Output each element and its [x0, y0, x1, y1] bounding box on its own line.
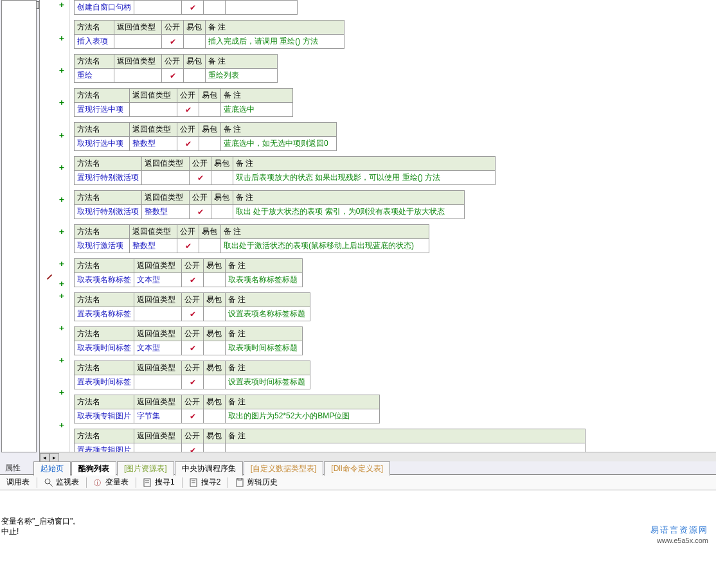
expand-plus-icon[interactable]: + — [59, 259, 64, 269]
remark-cell[interactable]: 取表项名称标签标题 — [226, 273, 303, 287]
remark-cell[interactable]: 设置表项时间标签标题 — [226, 375, 310, 389]
tab-central-coord[interactable]: 中央协调程序集 — [175, 461, 243, 476]
method-row[interactable]: 创建自窗口句柄✔ — [75, 1, 298, 15]
remark-cell[interactable]: 取出处于激活状态的表项(鼠标移动上后出现蓝底的状态) — [221, 239, 429, 253]
method-name-cell[interactable]: 置现行特别激活项 — [75, 171, 142, 185]
expand-plus-icon[interactable]: + — [59, 98, 64, 107]
method-row[interactable]: 置现行特别激活项✔双击后表项放大的状态 如果出现残影，可以使用 重绘() 方法 — [75, 171, 496, 185]
method-row[interactable]: 取现行激活项整数型✔取出处于激活状态的表项(鼠标移动上后出现蓝底的状态) — [75, 239, 429, 253]
remark-cell[interactable]: 蓝底选中 — [221, 103, 293, 117]
return-type-cell[interactable] — [134, 375, 182, 389]
return-type-cell[interactable]: 文本型 — [134, 341, 182, 355]
remark-cell[interactable]: 重绘列表 — [206, 69, 278, 83]
method-row[interactable]: 取表项时间标签文本型✔取表项时间标签标题 — [75, 341, 303, 355]
public-check-cell[interactable]: ✔ — [162, 35, 184, 49]
search2-button[interactable]: 搜寻2 — [186, 476, 225, 489]
public-check-cell[interactable]: ✔ — [182, 307, 204, 321]
public-check-cell[interactable]: ✔ — [182, 341, 204, 355]
expand-plus-icon[interactable]: + — [59, 291, 64, 301]
method-name-cell[interactable]: 插入表项 — [75, 35, 114, 49]
expand-plus-icon[interactable]: + — [59, 323, 64, 333]
package-check-cell[interactable] — [184, 35, 206, 49]
return-type-cell[interactable] — [130, 103, 177, 117]
method-row[interactable]: 置表项名称标签✔设置表项名称标签标题 — [75, 307, 310, 321]
expand-plus-icon[interactable]: + — [59, 388, 64, 397]
method-row[interactable]: 取表项专辑图片字节集✔取出的图片为52*52大小的BMP位图 — [75, 409, 380, 423]
return-type-cell[interactable]: 整数型 — [130, 137, 177, 151]
return-type-cell[interactable]: 整数型 — [130, 239, 177, 253]
public-check-cell[interactable]: ✔ — [182, 273, 204, 287]
method-name-cell[interactable]: 取现行激活项 — [75, 239, 130, 253]
expand-plus-icon[interactable]: + — [59, 0, 64, 10]
package-check-cell[interactable] — [204, 1, 226, 15]
package-check-cell[interactable] — [204, 307, 226, 321]
expand-plus-icon[interactable]: + — [59, 195, 64, 204]
package-check-cell[interactable] — [204, 273, 226, 287]
method-name-cell[interactable]: 重绘 — [75, 69, 114, 83]
method-name-cell[interactable]: 置表项名称标签 — [75, 307, 134, 321]
method-row[interactable]: 重绘✔重绘列表 — [75, 69, 278, 83]
scroll-left-icon[interactable]: ◂ — [40, 453, 49, 462]
method-row[interactable]: 取现行特别激活项整数型✔取出 处于放大状态的表项 索引，为0则没有表项处于放大状… — [75, 205, 465, 219]
call-table-button[interactable]: 调用表 — [3, 476, 33, 489]
package-check-cell[interactable] — [204, 375, 226, 389]
method-name-cell[interactable]: 取现行选中项 — [75, 137, 130, 151]
remark-cell[interactable]: 取出的图片为52*52大小的BMP位图 — [226, 409, 380, 423]
public-check-cell[interactable]: ✔ — [162, 69, 184, 83]
method-name-cell[interactable]: 置表项时间标签 — [75, 375, 134, 389]
package-check-cell[interactable] — [199, 137, 221, 151]
public-check-cell[interactable]: ✔ — [177, 137, 199, 151]
method-name-cell[interactable]: 取表项专辑图片 — [75, 409, 134, 423]
package-check-cell[interactable] — [204, 341, 226, 355]
package-check-cell[interactable] — [184, 69, 206, 83]
tab-dll-commands[interactable]: [Dll命令定义表] — [324, 461, 390, 476]
public-check-cell[interactable]: ✔ — [177, 103, 199, 117]
tab-custom-types[interactable]: [自定义数据类型表] — [244, 461, 324, 476]
return-type-cell[interactable] — [114, 35, 162, 49]
public-check-cell[interactable]: ✔ — [182, 375, 204, 389]
horizontal-scrollbar[interactable]: ◂▸ — [40, 452, 716, 461]
clip-history-button[interactable]: 剪辑历史 — [231, 476, 282, 489]
package-check-cell[interactable] — [211, 205, 233, 219]
remark-cell[interactable]: 双击后表项放大的状态 如果出现残影，可以使用 重绘() 方法 — [233, 171, 496, 185]
remark-cell[interactable]: 蓝底选中，如无选中项则返回0 — [221, 137, 337, 151]
watch-table-button[interactable]: 监视表 — [40, 476, 83, 489]
method-row[interactable]: 插入表项✔插入完成后，请调用 重绘() 方法 — [75, 35, 345, 49]
method-name-cell[interactable]: 置现行选中项 — [75, 103, 130, 117]
method-row[interactable]: 取表项名称标签文本型✔取表项名称标签标题 — [75, 273, 303, 287]
return-type-cell[interactable]: 文本型 — [134, 273, 182, 287]
public-check-cell[interactable]: ✔ — [190, 171, 211, 185]
method-name-cell[interactable]: 取表项时间标签 — [75, 341, 134, 355]
expand-plus-icon[interactable]: + — [59, 66, 64, 75]
remark-cell[interactable]: 设置表项名称标签标题 — [226, 307, 310, 321]
package-check-cell[interactable] — [199, 239, 221, 253]
expand-plus-icon[interactable]: + — [59, 130, 64, 140]
return-type-cell[interactable]: 字节集 — [134, 409, 182, 423]
public-check-cell[interactable]: ✔ — [182, 409, 204, 423]
tab-kugou-list[interactable]: 酷狗列表 — [71, 461, 116, 476]
remark-cell[interactable] — [226, 1, 298, 15]
expand-plus-icon[interactable]: + — [59, 355, 64, 365]
method-row[interactable]: 置现行选中项✔蓝底选中 — [75, 103, 293, 117]
return-type-cell[interactable] — [142, 171, 190, 185]
expand-plus-icon[interactable]: + — [59, 279, 64, 289]
public-check-cell[interactable]: ✔ — [177, 239, 199, 253]
return-type-cell[interactable]: 整数型 — [142, 205, 190, 219]
tab-image-resources[interactable]: [图片资源表] — [117, 461, 174, 476]
package-check-cell[interactable] — [211, 171, 233, 185]
method-name-cell[interactable]: 取现行特别激活项 — [75, 205, 142, 219]
method-row[interactable]: 置表项时间标签✔设置表项时间标签标题 — [75, 375, 310, 389]
public-check-cell[interactable]: ✔ — [182, 1, 204, 15]
expand-plus-icon[interactable]: + — [59, 163, 64, 172]
search1-button[interactable]: 搜寻1 — [139, 476, 179, 489]
remark-cell[interactable]: 取表项时间标签标题 — [226, 341, 303, 355]
public-check-cell[interactable]: ✔ — [190, 205, 211, 219]
method-name-cell[interactable]: 取表项名称标签 — [75, 273, 134, 287]
return-type-cell[interactable] — [134, 1, 182, 15]
return-type-cell[interactable] — [134, 307, 182, 321]
expand-plus-icon[interactable]: + — [59, 420, 64, 430]
package-check-cell[interactable] — [199, 103, 221, 117]
variable-table-button[interactable]: ⓘ 变量表 — [90, 476, 132, 489]
return-type-cell[interactable] — [114, 69, 162, 83]
remark-cell[interactable]: 取出 处于放大状态的表项 索引，为0则没有表项处于放大状态 — [233, 205, 465, 219]
